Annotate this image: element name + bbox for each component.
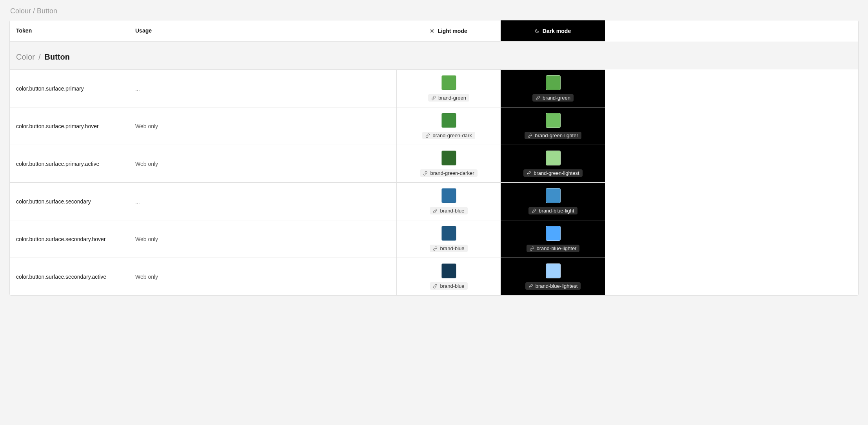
col-dark-mode: Dark mode	[501, 20, 605, 42]
dark-swatch-cell: brand-blue-lighter	[501, 220, 605, 258]
section-name: Button	[44, 53, 69, 61]
svg-point-0	[431, 30, 433, 32]
link-icon	[528, 284, 533, 289]
light-swatch-cell: brand-blue	[396, 182, 501, 220]
token-alias-chip[interactable]: brand-blue	[430, 282, 467, 290]
light-swatch-cell: brand-blue	[396, 258, 501, 295]
token-alias-label: brand-blue-lighter	[537, 245, 577, 251]
color-swatch	[441, 113, 456, 128]
link-icon	[431, 96, 436, 100]
table-row: color.button.surface.secondary.activeWeb…	[10, 258, 858, 295]
token-usage: Web only	[129, 145, 396, 182]
breadcrumb: Colour / Button	[10, 7, 859, 15]
token-name: color.button.surface.primary	[10, 69, 129, 107]
color-swatch	[546, 113, 561, 128]
link-icon	[527, 171, 531, 176]
token-alias-label: brand-blue-light	[539, 208, 574, 214]
table-row: color.button.surface.primary.hoverWeb on…	[10, 107, 858, 145]
color-swatch	[546, 263, 561, 278]
color-swatch	[441, 151, 456, 165]
token-alias-label: brand-blue-lightest	[536, 283, 578, 289]
link-icon	[433, 209, 438, 213]
token-name: color.button.surface.primary.active	[10, 145, 129, 182]
link-icon	[425, 133, 430, 138]
dark-swatch-cell: brand-green-lighter	[501, 107, 605, 145]
token-name: color.button.surface.secondary	[10, 182, 129, 220]
dark-swatch-cell: brand-green-lightest	[501, 145, 605, 182]
dark-swatch-cell: brand-blue-lightest	[501, 258, 605, 295]
token-name: color.button.surface.secondary.hover	[10, 220, 129, 258]
dark-swatch-cell: brand-green	[501, 69, 605, 107]
table-header: Token Usage Light mode Dark mode	[10, 20, 858, 42]
token-name: color.button.surface.primary.hover	[10, 107, 129, 145]
col-light-mode: Light mode	[396, 20, 501, 42]
token-alias-label: brand-green	[543, 95, 570, 101]
token-alias-label: brand-blue	[440, 283, 464, 289]
color-swatch	[441, 188, 456, 203]
token-table: Token Usage Light mode Dark mode Color /	[9, 20, 859, 296]
token-alias-label: brand-green-darker	[430, 170, 474, 176]
token-alias-label: brand-green-dark	[432, 133, 472, 138]
token-alias-chip[interactable]: brand-green	[428, 94, 469, 102]
color-swatch	[441, 75, 456, 90]
table-row: color.button.surface.primary...brand-gre…	[10, 69, 858, 107]
token-alias-chip[interactable]: brand-green-darker	[420, 169, 477, 177]
token-alias-chip[interactable]: brand-green-lightest	[523, 169, 582, 177]
link-icon	[433, 284, 438, 289]
color-swatch	[546, 151, 561, 165]
sun-icon	[430, 29, 434, 33]
col-light-label: Light mode	[438, 28, 467, 34]
token-alias-chip[interactable]: brand-blue	[430, 245, 467, 252]
token-alias-label: brand-green	[438, 95, 466, 101]
token-alias-chip[interactable]: brand-green-lighter	[525, 132, 581, 139]
token-alias-chip[interactable]: brand-blue	[430, 207, 467, 214]
token-name: color.button.surface.secondary.active	[10, 258, 129, 295]
link-icon	[532, 209, 536, 213]
light-swatch-cell: brand-blue	[396, 220, 501, 258]
col-usage: Usage	[129, 20, 396, 42]
token-alias-chip[interactable]: brand-blue-light	[528, 207, 577, 214]
col-dark-label: Dark mode	[543, 28, 571, 34]
moon-icon	[535, 29, 539, 33]
color-swatch	[546, 226, 561, 241]
light-swatch-cell: brand-green-darker	[396, 145, 501, 182]
token-alias-label: brand-blue	[440, 208, 464, 214]
link-icon	[528, 133, 532, 138]
token-usage: Web only	[129, 220, 396, 258]
token-alias-chip[interactable]: brand-green-dark	[422, 132, 475, 139]
dark-swatch-cell: brand-blue-light	[501, 182, 605, 220]
token-alias-label: brand-blue	[440, 245, 464, 251]
token-alias-chip[interactable]: brand-green	[532, 94, 574, 102]
link-icon	[423, 171, 428, 176]
table-row: color.button.surface.primary.activeWeb o…	[10, 145, 858, 182]
token-alias-chip[interactable]: brand-blue-lighter	[527, 245, 580, 252]
section-prefix: Color	[16, 53, 35, 61]
link-icon	[433, 246, 438, 251]
token-alias-chip[interactable]: brand-blue-lightest	[525, 282, 581, 290]
color-swatch	[441, 263, 456, 278]
color-swatch	[546, 188, 561, 203]
token-usage: ...	[129, 182, 396, 220]
token-alias-label: brand-green-lighter	[535, 133, 578, 138]
link-icon	[530, 246, 534, 251]
color-swatch	[546, 75, 561, 90]
token-usage: ...	[129, 69, 396, 107]
col-token: Token	[10, 20, 129, 42]
light-swatch-cell: brand-green-dark	[396, 107, 501, 145]
link-icon	[536, 96, 540, 100]
light-swatch-cell: brand-green	[396, 69, 501, 107]
section-sep: /	[38, 53, 41, 61]
table-row: color.button.surface.secondary.hoverWeb …	[10, 220, 858, 258]
token-usage: Web only	[129, 107, 396, 145]
color-swatch	[441, 226, 456, 241]
section-header: Color / Button	[10, 42, 858, 69]
token-alias-label: brand-green-lightest	[534, 170, 579, 176]
table-row: color.button.surface.secondary...brand-b…	[10, 182, 858, 220]
token-usage: Web only	[129, 258, 396, 295]
